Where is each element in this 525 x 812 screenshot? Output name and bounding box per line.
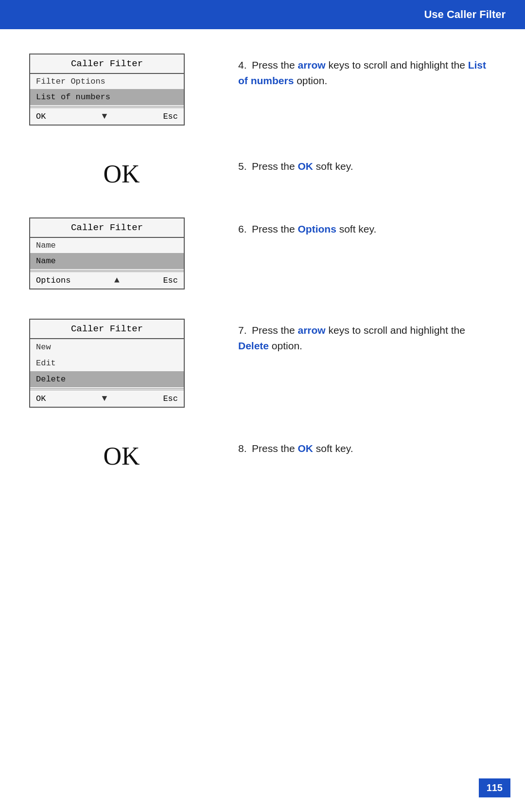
step-6-highlight-options: Options <box>298 223 336 235</box>
screen-mock-7: Caller Filter New Edit Delete OK ▼ Esc <box>29 319 185 408</box>
step-6-row: Caller Filter Name Name Options ▲ Esc 6.… <box>29 217 496 289</box>
screen-item-7-edit: Edit <box>30 355 184 371</box>
step-7-num: 7. <box>238 325 247 336</box>
screen-options-6: Options <box>36 276 70 285</box>
screen-label-6-name: Name <box>30 238 184 253</box>
screen-esc-7: Esc <box>163 394 178 403</box>
step-8-desc: Press the OK soft key. <box>252 443 353 454</box>
step-4-highlight-arrow: arrow <box>298 59 326 71</box>
screen-title-7: Caller Filter <box>30 320 184 339</box>
step-8-num: 8. <box>238 443 247 454</box>
step-6-num: 6. <box>238 223 247 235</box>
step-4-row: Caller Filter Filter Options List of num… <box>29 54 496 126</box>
screen-item-7-new: New <box>30 339 184 355</box>
step-5-row: OK 5. Press the OK soft key. <box>29 155 496 188</box>
page-number: 115 <box>479 778 510 797</box>
screen-bottom-4: OK ▼ Esc <box>30 108 184 125</box>
header-title: Use Caller Filter <box>424 8 506 21</box>
screen-mock-6: Caller Filter Name Name Options ▲ Esc <box>29 217 185 289</box>
step-7-screen: Caller Filter New Edit Delete OK ▼ Esc <box>29 319 214 408</box>
step-5-ok-text: OK <box>29 155 214 188</box>
screen-bottom-6: Options ▲ Esc <box>30 271 184 289</box>
screen-divider-7 <box>30 388 184 389</box>
step-5-ok-left: OK <box>29 155 214 188</box>
step-4-screen: Caller Filter Filter Options List of num… <box>29 54 214 126</box>
screen-title-4: Caller Filter <box>30 54 184 74</box>
screen-arrow-6: ▲ <box>114 275 120 285</box>
header-bar: Use Caller Filter <box>0 0 525 29</box>
screen-divider-4 <box>30 106 184 107</box>
screen-title-6: Caller Filter <box>30 218 184 238</box>
screen-bottom-7: OK ▼ Esc <box>30 390 184 407</box>
screen-arrow-4: ▼ <box>102 111 107 121</box>
step-4-text: 4. Press the arrow keys to scroll and hi… <box>238 54 496 88</box>
step-8-ok-left: OK <box>29 437 214 470</box>
screen-item-4-listofnumbers: List of numbers <box>30 89 184 105</box>
step-5-num: 5. <box>238 161 247 172</box>
step-7-highlight-delete: Delete <box>238 340 269 351</box>
content-area: Caller Filter Filter Options List of num… <box>0 29 525 524</box>
screen-ok-7: OK <box>36 394 46 403</box>
step-8-highlight-ok: OK <box>298 443 314 454</box>
step-4-desc: Press the arrow keys to scroll and highl… <box>238 59 486 86</box>
step-7-desc: Press the arrow keys to scroll and highl… <box>238 325 465 351</box>
step-4-highlight-listnumbers: List of numbers <box>238 59 486 86</box>
step-8-ok-text: OK <box>29 437 214 470</box>
screen-ok-4: OK <box>36 112 46 121</box>
step-7-text: 7. Press the arrow keys to scroll and hi… <box>238 319 496 353</box>
screen-esc-6: Esc <box>163 276 178 285</box>
screen-divider-6 <box>30 270 184 271</box>
screen-mock-4: Caller Filter Filter Options List of num… <box>29 54 185 126</box>
step-7-highlight-arrow: arrow <box>298 325 326 336</box>
step-5-desc: Press the OK soft key. <box>252 161 353 172</box>
step-7-row: Caller Filter New Edit Delete OK ▼ Esc 7… <box>29 319 496 408</box>
screen-label-4-filteroptions: Filter Options <box>30 74 184 89</box>
screen-item-6-name: Name <box>30 253 184 269</box>
screen-item-7-delete: Delete <box>30 371 184 387</box>
screen-arrow-7: ▼ <box>102 394 107 403</box>
step-6-desc: Press the Options soft key. <box>252 223 376 235</box>
screen-esc-4: Esc <box>163 112 178 121</box>
step-6-text: 6. Press the Options soft key. <box>238 217 496 237</box>
step-8-row: OK 8. Press the OK soft key. <box>29 437 496 470</box>
step-5-text: 5. Press the OK soft key. <box>238 155 496 174</box>
step-5-highlight-ok: OK <box>298 161 314 172</box>
step-8-text: 8. Press the OK soft key. <box>238 437 496 456</box>
step-6-screen: Caller Filter Name Name Options ▲ Esc <box>29 217 214 289</box>
step-4-num: 4. <box>238 59 247 71</box>
